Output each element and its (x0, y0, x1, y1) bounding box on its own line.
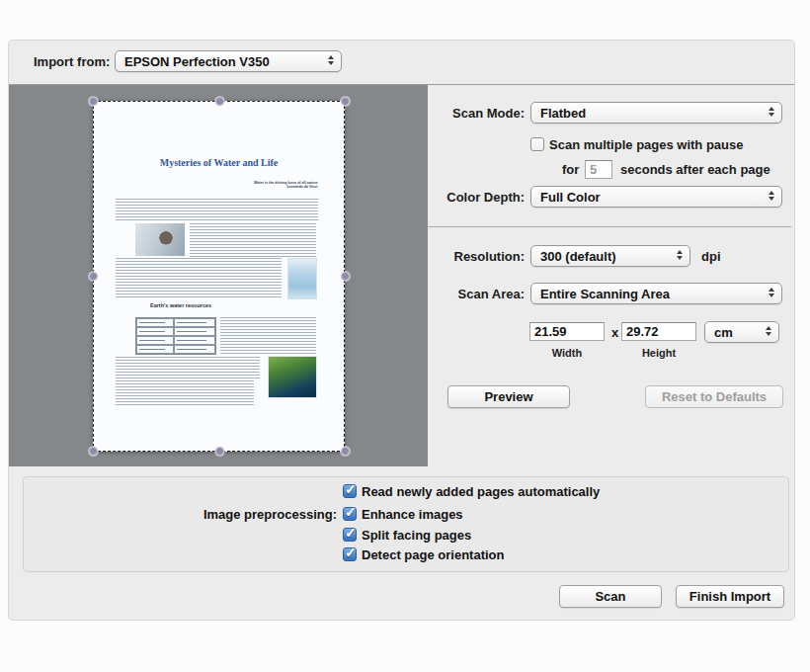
resolution-unit-label: dpi (701, 249, 721, 264)
document-paragraph (190, 223, 316, 257)
read-pages-checkbox[interactable] (343, 484, 357, 498)
enhance-images-label: Enhance images (362, 507, 463, 522)
pause-for-label: for (562, 162, 579, 177)
scan-area-select[interactable]: Entire Scanning Area (530, 283, 782, 304)
import-dialog: Import from: EPSON Perfection V350 Myste… (8, 40, 795, 621)
resolution-label: Resolution: (428, 249, 525, 264)
read-pages-label: Read newly added pages automatically (362, 484, 600, 499)
popup-arrows-icon (769, 288, 774, 297)
document-table (135, 317, 216, 355)
popup-arrows-icon (769, 107, 774, 117)
document-photo-leaves (268, 356, 317, 398)
popup-arrows-icon (769, 191, 774, 201)
multi-page-checkbox[interactable] (530, 137, 544, 151)
document-paragraph (116, 380, 254, 406)
scan-preview-area: Mysteries of Water and Life Water is the… (9, 85, 428, 466)
split-pages-checkbox[interactable] (343, 528, 357, 542)
pause-seconds-input[interactable] (585, 160, 612, 179)
image-preprocessing-label: Image preprocessing: (24, 507, 337, 522)
height-field-caption: Height (621, 347, 696, 359)
selection-handle-bottom-center[interactable] (215, 447, 224, 456)
dimension-separator: x (611, 325, 618, 340)
document-paragraph (116, 199, 318, 220)
settings-panel: Scan Mode: Flatbed Scan multiple pages w… (428, 85, 795, 466)
selection-handle-top-center[interactable] (215, 97, 224, 106)
preview-button[interactable]: Preview (447, 385, 570, 408)
color-depth-select[interactable]: Full Color (530, 186, 782, 208)
resolution-select[interactable]: 300 (default) (530, 245, 690, 267)
popup-arrows-icon (766, 326, 771, 336)
scan-mode-select[interactable]: Flatbed (530, 102, 782, 124)
document-photo-glass (287, 258, 317, 299)
finish-import-button[interactable]: Finish Import (676, 585, 784, 608)
height-input[interactable] (621, 322, 696, 341)
popup-arrows-icon (677, 250, 683, 260)
document-epigraph: Water is the driving force of all nature… (255, 180, 318, 189)
detect-orientation-checkbox[interactable] (343, 547, 357, 561)
document-paragraph (220, 317, 316, 355)
scanner-select-value: EPSON Perfection V350 (124, 54, 270, 69)
detect-orientation-label: Detect page orientation (362, 547, 504, 562)
pause-suffix-label: seconds after each page (620, 162, 770, 177)
document-paragraph (116, 357, 260, 378)
selection-handle-bottom-right[interactable] (341, 447, 350, 456)
unit-select[interactable]: cm (704, 321, 779, 343)
divider (428, 226, 791, 227)
selection-handle-mid-right[interactable] (341, 272, 350, 281)
preprocessing-box: Read newly added pages automatically Ima… (23, 476, 789, 572)
scan-mode-label: Scan Mode: (428, 106, 525, 121)
popup-arrows-icon (328, 55, 334, 65)
reset-to-defaults-button[interactable]: Reset to Defaults (645, 385, 783, 408)
color-depth-label: Color Depth: (428, 190, 525, 205)
scanned-page-thumbnail[interactable]: Mysteries of Water and Life Water is the… (93, 101, 345, 452)
document-paragraph (116, 258, 282, 299)
scanner-select[interactable]: EPSON Perfection V350 (115, 50, 342, 72)
document-subheading: Earth's water resources (150, 302, 211, 308)
selection-handle-mid-left[interactable] (89, 272, 98, 281)
multi-page-label: Scan multiple pages with pause (549, 137, 744, 152)
scan-area-label: Scan Area: (428, 287, 525, 301)
selection-handle-top-right[interactable] (341, 97, 350, 106)
import-from-label: Import from: (34, 54, 110, 69)
document-title: Mysteries of Water and Life (94, 157, 344, 168)
document-photo-scientist (135, 223, 185, 256)
selection-handle-bottom-left[interactable] (89, 447, 98, 456)
width-field-caption: Width (529, 347, 605, 359)
split-pages-label: Split facing pages (362, 528, 471, 543)
enhance-images-checkbox[interactable] (343, 507, 357, 521)
scan-button[interactable]: Scan (559, 585, 662, 608)
width-input[interactable] (529, 322, 605, 341)
selection-handle-top-left[interactable] (89, 97, 98, 106)
